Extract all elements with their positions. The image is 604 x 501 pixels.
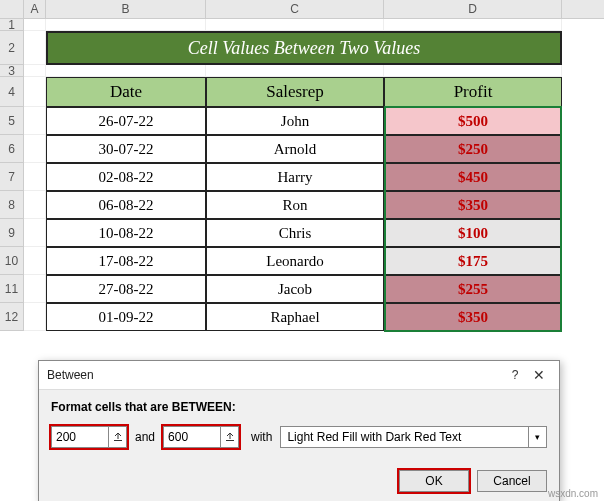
dialog-titlebar[interactable]: Between ? ✕	[39, 361, 559, 390]
cell-name-6[interactable]: Jacob	[206, 275, 384, 303]
watermark: wsxdn.com	[548, 488, 598, 499]
dialog-inputs: and with Light Red Fill with Dark Red Te…	[51, 426, 547, 448]
cell-A3[interactable]	[24, 65, 46, 77]
cell-name-0[interactable]: John	[206, 107, 384, 135]
dialog-title: Between	[47, 368, 503, 382]
row-9: 9 10-08-22 Chris $100	[0, 219, 604, 247]
cancel-button[interactable]: Cancel	[477, 470, 547, 492]
col-header-A[interactable]: A	[24, 0, 46, 18]
cell-B3[interactable]	[46, 65, 206, 77]
row-header-1[interactable]: 1	[0, 19, 24, 31]
range-picker-2-icon[interactable]	[220, 427, 238, 447]
cell-profit-1[interactable]: $250	[384, 135, 562, 163]
row-1: 1	[0, 19, 604, 31]
cell-date-5[interactable]: 17-08-22	[46, 247, 206, 275]
value2-box	[163, 426, 239, 448]
cell-name-7[interactable]: Raphael	[206, 303, 384, 331]
cell-date-4[interactable]: 10-08-22	[46, 219, 206, 247]
col-header-C[interactable]: C	[206, 0, 384, 18]
cell-name-1[interactable]: Arnold	[206, 135, 384, 163]
cell-C1[interactable]	[206, 19, 384, 31]
cell-A7[interactable]	[24, 163, 46, 191]
cell-A1[interactable]	[24, 19, 46, 31]
between-dialog: Between ? ✕ Format cells that are BETWEE…	[38, 360, 560, 501]
cell-A9[interactable]	[24, 219, 46, 247]
dialog-body: Format cells that are BETWEEN: and with …	[39, 390, 559, 462]
row-header-4[interactable]: 4	[0, 77, 24, 107]
cell-D1[interactable]	[384, 19, 562, 31]
row-header-10[interactable]: 10	[0, 247, 24, 275]
header-salesrep[interactable]: Salesrep	[206, 77, 384, 107]
row-4: 4 Date Salesrep Profit	[0, 77, 604, 107]
ok-button[interactable]: OK	[399, 470, 469, 492]
title-cell[interactable]: Cell Values Between Two Values	[46, 31, 562, 65]
row-10: 10 17-08-22 Leonardo $175	[0, 247, 604, 275]
cell-date-6[interactable]: 27-08-22	[46, 275, 206, 303]
row-header-6[interactable]: 6	[0, 135, 24, 163]
row-header-2[interactable]: 2	[0, 31, 24, 65]
cell-date-3[interactable]: 06-08-22	[46, 191, 206, 219]
cell-A4[interactable]	[24, 77, 46, 107]
cell-A10[interactable]	[24, 247, 46, 275]
cell-profit-0[interactable]: $500	[384, 107, 562, 135]
row-12: 12 01-09-22 Raphael $350	[0, 303, 604, 331]
row-header-9[interactable]: 9	[0, 219, 24, 247]
cell-profit-6[interactable]: $255	[384, 275, 562, 303]
grid-rows: 1 2 Cell Values Between Two Values 3 4 D…	[0, 19, 604, 331]
svg-rect-0	[114, 440, 122, 441]
close-icon[interactable]: ✕	[527, 367, 551, 383]
with-text: with	[251, 430, 272, 444]
format-combo-text: Light Red Fill with Dark Red Text	[281, 428, 528, 446]
format-combo[interactable]: Light Red Fill with Dark Red Text ▾	[280, 426, 547, 448]
value2-input[interactable]	[164, 428, 220, 446]
cell-profit-2[interactable]: $450	[384, 163, 562, 191]
cell-D3[interactable]	[384, 65, 562, 77]
cell-profit-5[interactable]: $175	[384, 247, 562, 275]
cell-date-7[interactable]: 01-09-22	[46, 303, 206, 331]
cell-A5[interactable]	[24, 107, 46, 135]
cell-name-4[interactable]: Chris	[206, 219, 384, 247]
cell-profit-3[interactable]: $350	[384, 191, 562, 219]
row-6: 6 30-07-22 Arnold $250	[0, 135, 604, 163]
cell-name-5[interactable]: Leonardo	[206, 247, 384, 275]
cell-C3[interactable]	[206, 65, 384, 77]
cell-A2[interactable]	[24, 31, 46, 65]
row-header-5[interactable]: 5	[0, 107, 24, 135]
cell-profit-7[interactable]: $350	[384, 303, 562, 331]
col-header-D[interactable]: D	[384, 0, 562, 18]
header-date[interactable]: Date	[46, 77, 206, 107]
cell-A11[interactable]	[24, 275, 46, 303]
row-header-8[interactable]: 8	[0, 191, 24, 219]
cell-B1[interactable]	[46, 19, 206, 31]
column-headers: A B C D	[0, 0, 604, 19]
cell-A6[interactable]	[24, 135, 46, 163]
and-text: and	[135, 430, 155, 444]
row-header-7[interactable]: 7	[0, 163, 24, 191]
range-picker-1-icon[interactable]	[108, 427, 126, 447]
cell-A8[interactable]	[24, 191, 46, 219]
row-2: 2 Cell Values Between Two Values	[0, 31, 604, 65]
cell-name-2[interactable]: Harry	[206, 163, 384, 191]
cell-name-3[interactable]: Ron	[206, 191, 384, 219]
cell-date-2[interactable]: 02-08-22	[46, 163, 206, 191]
cell-date-0[interactable]: 26-07-22	[46, 107, 206, 135]
cell-profit-4[interactable]: $100	[384, 219, 562, 247]
row-3: 3	[0, 65, 604, 77]
cell-A12[interactable]	[24, 303, 46, 331]
header-profit[interactable]: Profit	[384, 77, 562, 107]
value1-input[interactable]	[52, 428, 108, 446]
value1-box	[51, 426, 127, 448]
chevron-down-icon[interactable]: ▾	[528, 427, 546, 447]
dialog-footer: OK Cancel	[39, 462, 559, 501]
row-header-12[interactable]: 12	[0, 303, 24, 331]
col-header-B[interactable]: B	[46, 0, 206, 18]
worksheet: A B C D 1 2 Cell Values Between Two Valu…	[0, 0, 604, 331]
help-icon[interactable]: ?	[503, 368, 527, 382]
svg-rect-1	[226, 440, 234, 441]
select-all-corner[interactable]	[0, 0, 24, 18]
row-header-11[interactable]: 11	[0, 275, 24, 303]
cell-date-1[interactable]: 30-07-22	[46, 135, 206, 163]
row-5: 5 26-07-22 John $500	[0, 107, 604, 135]
row-11: 11 27-08-22 Jacob $255	[0, 275, 604, 303]
row-header-3[interactable]: 3	[0, 65, 24, 77]
